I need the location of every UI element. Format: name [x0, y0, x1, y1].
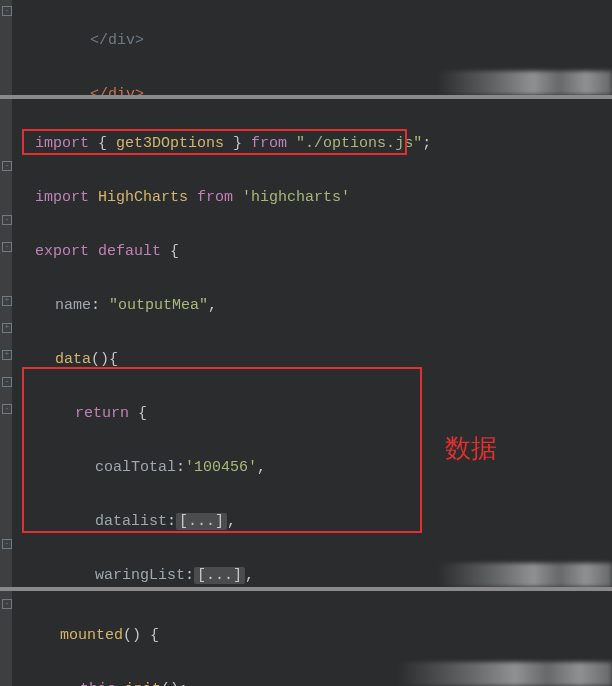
fold-marker-icon[interactable]: - — [2, 242, 12, 252]
censored-region — [437, 71, 612, 95]
brace: { — [129, 405, 147, 422]
string: "outputMea" — [109, 297, 208, 314]
colon: : — [185, 567, 194, 584]
semicolon: ; — [422, 135, 431, 152]
colon: : — [176, 459, 185, 476]
parens: (); — [161, 681, 188, 686]
string: 'highcharts' — [233, 189, 350, 206]
brace: { — [150, 627, 159, 644]
fold-marker-icon[interactable]: - — [2, 404, 12, 414]
comma: , — [227, 513, 236, 530]
annotation-label: 数据 — [445, 435, 497, 462]
fold-marker-icon[interactable]: - — [2, 539, 12, 549]
identifier: get3DOptions — [116, 135, 224, 152]
prop-key: name — [55, 297, 91, 314]
fold-marker-icon[interactable]: - — [2, 215, 12, 225]
folded-region[interactable]: [...] — [176, 513, 227, 530]
parens: () — [91, 351, 109, 368]
censored-region — [397, 662, 612, 686]
prop-key: datalist — [95, 513, 167, 530]
parens: () — [123, 627, 150, 644]
fold-marker-icon[interactable]: - — [2, 599, 12, 609]
tag-open: </div> — [90, 86, 144, 95]
string: '100456' — [185, 459, 257, 476]
fold-marker-icon[interactable]: - — [2, 377, 12, 387]
keyword-from: from — [251, 135, 287, 152]
keyword-return: return — [75, 405, 129, 422]
fold-marker-icon[interactable]: + — [2, 296, 12, 306]
colon: : — [91, 297, 109, 314]
dot: . — [116, 681, 125, 686]
keyword-from: from — [197, 189, 233, 206]
censored-region — [437, 563, 612, 587]
code-panel-bottom: mounted() { this.init(); } - — [0, 591, 612, 686]
comma: , — [208, 297, 217, 314]
keyword-import: import — [35, 135, 89, 152]
comma: , — [245, 567, 254, 584]
keyword-this: this — [80, 681, 116, 686]
colon: : — [167, 513, 176, 530]
method-call: init — [125, 681, 161, 686]
comma: , — [257, 459, 266, 476]
method-name: mounted — [60, 627, 123, 644]
fold-marker-icon[interactable]: - — [2, 6, 12, 16]
code-block-2[interactable]: import { get3DOptions } from "./options.… — [0, 99, 612, 587]
keyword-import: import — [35, 189, 89, 206]
keyword-export: export — [35, 243, 89, 260]
method-name: data — [55, 351, 91, 368]
text: </div> — [90, 32, 144, 49]
string: "./options.js" — [296, 135, 422, 152]
code-panel-main: import { get3DOptions } from "./options.… — [0, 99, 612, 587]
brace: { — [109, 351, 118, 368]
prop-key: coalTotal — [95, 459, 176, 476]
keyword-default: default — [89, 243, 170, 260]
code-panel-top: </div> </div> <div id="output_3DPerChart… — [0, 0, 612, 95]
brace: { — [89, 135, 116, 152]
brace: { — [170, 243, 179, 260]
brace: } — [224, 135, 251, 152]
prop-key: waringList — [95, 567, 185, 584]
fold-marker-icon[interactable]: + — [2, 323, 12, 333]
fold-marker-icon[interactable]: + — [2, 350, 12, 360]
identifier: HighCharts — [89, 189, 197, 206]
fold-marker-icon[interactable]: - — [2, 161, 12, 171]
folded-region[interactable]: [...] — [194, 567, 245, 584]
